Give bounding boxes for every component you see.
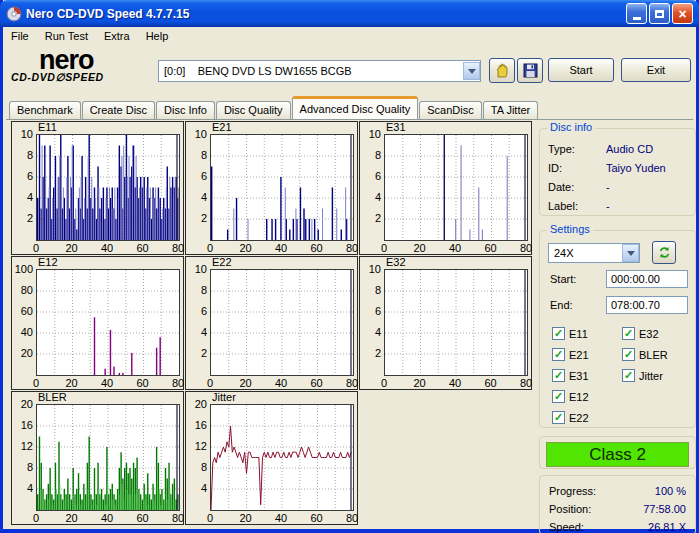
settings-group: Settings 24X Start: 000:00.00 End: 078:0…: [539, 230, 696, 428]
x-axis-tick: 0: [200, 242, 220, 254]
y-axis-tick: 2: [186, 212, 207, 224]
menu-item-file[interactable]: File: [3, 28, 37, 44]
checkbox-e11[interactable]: ✓E11: [552, 323, 589, 344]
chart-plot-area: [210, 134, 354, 241]
checkbox-label: E21: [569, 349, 589, 361]
save-button[interactable]: [517, 58, 543, 83]
tab-ta-jitter[interactable]: TA Jitter: [483, 101, 539, 119]
checkbox-e32[interactable]: ✓E32: [622, 323, 668, 344]
checkbox-icon[interactable]: ✓: [552, 390, 565, 403]
y-axis-tick: 2: [12, 212, 33, 224]
start-button-label: Start: [569, 64, 592, 76]
x-axis-tick: 0: [26, 242, 46, 254]
x-axis-tick: 20: [62, 377, 82, 389]
y-axis-tick: 4: [186, 482, 207, 494]
disc-info-group: Disc info Type:Audio CDID:Taiyo YudenDat…: [539, 128, 696, 216]
y-axis-tick: 4: [12, 191, 33, 203]
disc-info-row: Date:-: [540, 177, 695, 196]
y-axis-tick: 4: [186, 326, 207, 338]
tab-disc-info[interactable]: Disc Info: [156, 101, 215, 119]
menu-item-extra[interactable]: Extra: [96, 28, 138, 44]
speed-selector-value: 24X: [549, 247, 622, 259]
speed-selector[interactable]: 24X: [548, 243, 640, 263]
tab-disc-quality[interactable]: Disc Quality: [216, 101, 291, 119]
y-axis-tick: 8: [12, 149, 33, 161]
drive-selector[interactable]: [0:0] BENQ DVD LS DW1655 BCGB: [158, 60, 481, 82]
checkbox-jitter[interactable]: ✓Jitter: [622, 365, 668, 386]
checkbox-icon[interactable]: ✓: [552, 327, 565, 340]
y-axis-tick: 8: [186, 149, 207, 161]
tab-advanced-disc-quality[interactable]: Advanced Disc Quality: [292, 96, 419, 119]
tab-strip: BenchmarkCreate DiscDisc InfoDisc Qualit…: [9, 99, 696, 119]
checkbox-icon[interactable]: ✓: [552, 369, 565, 382]
chart-e21: E21246810020406080: [185, 121, 358, 255]
start-position-input[interactable]: 000:00.00: [606, 270, 688, 288]
x-axis-tick: 80: [516, 242, 536, 254]
y-axis-tick: 16: [12, 419, 33, 431]
y-axis-tick: 100: [12, 263, 33, 275]
y-axis-tick: 4: [186, 191, 207, 203]
maximize-button[interactable]: [649, 3, 670, 24]
y-axis-tick: 4: [360, 191, 381, 203]
y-axis-tick: 2: [186, 347, 207, 359]
x-axis-tick: 40: [97, 512, 117, 524]
checkbox-label: E11: [569, 328, 588, 340]
refresh-button[interactable]: [652, 241, 676, 264]
x-axis-tick: 0: [26, 512, 46, 524]
x-axis-tick: 20: [62, 512, 82, 524]
app-cd-icon: [6, 6, 22, 22]
y-axis-tick: 10: [360, 128, 381, 140]
checkbox-label: BLER: [639, 349, 668, 361]
checkbox-e22[interactable]: ✓E22: [552, 407, 589, 428]
menu-item-help[interactable]: Help: [138, 28, 177, 44]
y-axis-tick: 2: [360, 212, 381, 224]
chart-e22: E22246810020406080: [185, 256, 358, 390]
checkbox-e21[interactable]: ✓E21: [552, 344, 589, 365]
chart-e32: E32246810020406080: [359, 256, 532, 390]
tab-create-disc[interactable]: Create Disc: [82, 101, 155, 119]
y-axis-tick: 10: [360, 263, 381, 275]
quality-class-badge: Class 2: [546, 442, 689, 467]
chart-plot-area: [384, 134, 528, 241]
checkbox-e12[interactable]: ✓E12: [552, 386, 589, 407]
checkbox-icon[interactable]: ✓: [622, 348, 635, 361]
abort-button[interactable]: [489, 58, 515, 83]
status-row: Progress:100 %: [540, 482, 695, 500]
tab-scandisc[interactable]: ScanDisc: [419, 101, 481, 119]
x-axis-tick: 20: [410, 377, 430, 389]
checkbox-icon[interactable]: ✓: [552, 348, 565, 361]
tab-benchmark[interactable]: Benchmark: [9, 101, 81, 119]
disc-info-row: Type:Audio CD: [540, 139, 695, 158]
y-axis-tick: 20: [12, 398, 33, 410]
x-axis-tick: 80: [516, 377, 536, 389]
title-bar[interactable]: Nero CD-DVD Speed 4.7.7.15 ×: [0, 0, 699, 27]
quality-class-group: Class 2: [539, 436, 696, 469]
checkbox-icon[interactable]: ✓: [552, 411, 565, 424]
chevron-down-icon[interactable]: [622, 244, 639, 262]
y-axis-tick: 10: [12, 128, 33, 140]
drive-selector-value: [0:0] BENQ DVD LS DW1655 BCGB: [159, 65, 463, 77]
exit-button-label: Exit: [647, 64, 665, 76]
checkbox-bler[interactable]: ✓BLER: [622, 344, 668, 365]
chart-e11: E11246810020406080: [11, 121, 184, 255]
y-axis-tick: 6: [186, 305, 207, 317]
disc-info-title: Disc info: [547, 121, 595, 133]
chart-title: E31: [386, 121, 406, 133]
close-button[interactable]: ×: [672, 3, 693, 24]
checkbox-icon[interactable]: ✓: [622, 369, 635, 382]
x-axis-tick: 40: [97, 242, 117, 254]
start-button[interactable]: Start: [548, 58, 614, 82]
x-axis-tick: 0: [200, 377, 220, 389]
menu-item-run-test[interactable]: Run Test: [37, 28, 96, 44]
minimize-button[interactable]: [626, 3, 647, 24]
end-position-input[interactable]: 078:00.70: [606, 296, 688, 314]
chevron-down-icon[interactable]: [463, 62, 480, 80]
checkbox-label: E12: [569, 391, 589, 403]
y-axis-tick: 8: [186, 461, 207, 473]
exit-button[interactable]: Exit: [621, 58, 691, 82]
x-axis-tick: 80: [342, 512, 362, 524]
x-axis-tick: 20: [236, 242, 256, 254]
checkbox-e31[interactable]: ✓E31: [552, 365, 589, 386]
checkbox-icon[interactable]: ✓: [622, 327, 635, 340]
chart-title: E21: [212, 121, 232, 133]
